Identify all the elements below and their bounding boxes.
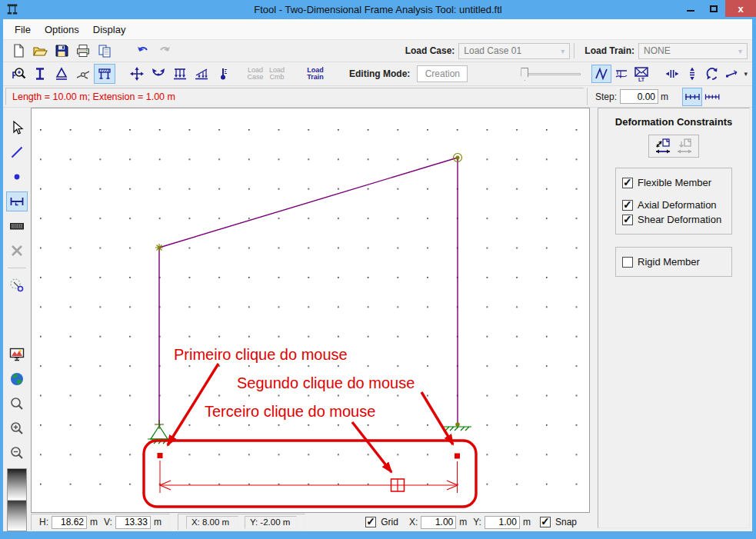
scale-vertical-button[interactable] (682, 65, 702, 83)
select-tool-button[interactable] (6, 118, 28, 138)
divider (8, 268, 26, 268)
close-button[interactable]: x (725, 0, 756, 17)
print-button[interactable] (72, 41, 94, 61)
second-click-point (455, 454, 460, 459)
minimize-button[interactable] (679, 0, 702, 17)
world-view-button[interactable] (6, 369, 28, 389)
node-dot-icon (9, 169, 25, 185)
step-input[interactable] (620, 89, 658, 104)
results-scale-slider[interactable] (518, 65, 584, 82)
snap-checkbox[interactable] (540, 517, 551, 527)
nodal-load-icon (128, 65, 145, 82)
envelope-button[interactable]: LT (631, 65, 651, 83)
redo-button[interactable] (154, 41, 175, 61)
load-train-button-label: Load Train (304, 67, 327, 81)
insert-node-button[interactable] (6, 167, 28, 187)
drawing-canvas[interactable]: Primeiro clique do mouse Segundo clique … (31, 108, 590, 513)
editing-mode-button[interactable]: Creation (417, 65, 468, 82)
axial-deformation-row[interactable]: Axial Deformation (622, 199, 725, 211)
maximize-button[interactable] (702, 0, 725, 17)
step-area: Step: m (587, 88, 750, 105)
apply-constraints-button[interactable] (652, 136, 674, 156)
dimension-line-mode-button[interactable] (94, 64, 115, 84)
open-file-button[interactable] (29, 41, 51, 61)
model-drawing: Primeiro clique do mouse Segundo clique … (32, 108, 589, 512)
temperature-load-button[interactable] (212, 64, 234, 84)
influence-line-button[interactable] (611, 65, 631, 83)
insert-member-button[interactable] (6, 142, 28, 162)
slider-thumb[interactable] (521, 68, 528, 81)
rigid-member-row[interactable]: Rigid Member (622, 256, 725, 268)
zoom-in-button[interactable] (6, 418, 28, 438)
chevron-down-icon[interactable]: ▾ (744, 70, 748, 78)
step-coarse-button[interactable] (682, 88, 702, 106)
apply-constraints-disabled-button[interactable] (674, 136, 695, 156)
bending-diagram-button[interactable] (591, 65, 611, 83)
titlebar: Ftool - Two-Dimensional Frame Analysis T… (0, 0, 756, 19)
menu-display[interactable]: Display (86, 21, 133, 38)
save-button[interactable] (51, 41, 72, 61)
grid-dots (32, 108, 589, 512)
support-conditions-button[interactable] (51, 64, 72, 84)
material-properties-button[interactable] (8, 64, 29, 84)
rotate-icon (704, 66, 720, 82)
menu-file[interactable]: File (8, 21, 38, 38)
print-icon (75, 43, 91, 58)
copy-icon (97, 43, 112, 58)
new-file-icon (11, 43, 26, 58)
menu-options[interactable]: Options (38, 21, 86, 38)
status-bar: H: m V: m X: 8.00 m Y: -2.00 m Gri (31, 513, 590, 531)
fit-screen-icon (8, 346, 25, 363)
shear-deformation-row[interactable]: Shear Deformation (622, 214, 725, 225)
scale-horizontal-button[interactable] (662, 65, 682, 83)
flexible-member-label: Flexible Member (638, 177, 711, 188)
zoom-out-button[interactable] (6, 443, 28, 463)
zoom-window-button[interactable] (6, 394, 28, 414)
h-label: H: (39, 517, 48, 527)
delete-button[interactable] (6, 241, 28, 261)
member-orientation-button[interactable] (722, 65, 742, 83)
flexible-group: Flexible Member Axial Deformation Shear … (615, 168, 732, 235)
dimension-tool-button[interactable] (6, 191, 28, 211)
keyboard-input-button[interactable] (6, 216, 28, 236)
load-case-value: Load Case 01 (464, 45, 521, 56)
load-case-select[interactable]: Load Case 01 ▾ (458, 43, 570, 59)
grid-y-input[interactable] (485, 516, 520, 529)
axial-deformation-checkbox[interactable] (622, 200, 633, 211)
open-file-icon (32, 43, 48, 58)
shear-deformation-checkbox[interactable] (622, 215, 633, 225)
uniform-load-button[interactable] (169, 64, 191, 84)
nodal-load-button[interactable] (126, 64, 148, 84)
copy-button[interactable] (94, 41, 115, 61)
rigid-member-checkbox[interactable] (622, 257, 633, 268)
linear-load-button[interactable] (191, 64, 212, 84)
flexible-member-row[interactable]: Flexible Member (622, 177, 725, 188)
zoom-level-strip[interactable] (7, 468, 27, 531)
rigid-group: Rigid Member (615, 247, 732, 277)
grid-x-input[interactable] (421, 516, 456, 529)
flexible-member-checkbox[interactable] (622, 178, 633, 188)
transform-tool-button[interactable] (6, 275, 28, 295)
hinge-button[interactable] (72, 64, 94, 84)
rotate-view-button[interactable] (702, 65, 722, 83)
v-input[interactable] (115, 516, 151, 529)
linear-load-icon (193, 65, 210, 82)
load-case-button[interactable]: Load Case (245, 64, 266, 84)
zoom-in-icon (8, 420, 25, 437)
undo-button[interactable] (132, 41, 154, 61)
h-input[interactable] (52, 516, 87, 529)
section-properties-button[interactable] (29, 64, 51, 84)
load-train-button[interactable]: Load Train (305, 64, 326, 84)
delete-x-icon (9, 243, 25, 258)
window-title: Ftool - Two-Dimensional Frame Analysis T… (0, 4, 756, 15)
grid-x-label: X: (409, 517, 418, 527)
moment-load-button[interactable] (148, 64, 169, 84)
step-fine-button[interactable] (702, 88, 722, 106)
new-file-button[interactable] (8, 41, 29, 61)
redo-icon (157, 43, 172, 58)
cursor-coords-group: X: 8.00 m Y: -2.00 m (178, 514, 305, 531)
load-train-select[interactable]: NONE ▾ (638, 43, 748, 59)
grid-checkbox[interactable] (365, 517, 376, 527)
load-combination-button[interactable]: Load Cmb (266, 64, 288, 84)
fit-screen-button[interactable] (6, 344, 28, 364)
